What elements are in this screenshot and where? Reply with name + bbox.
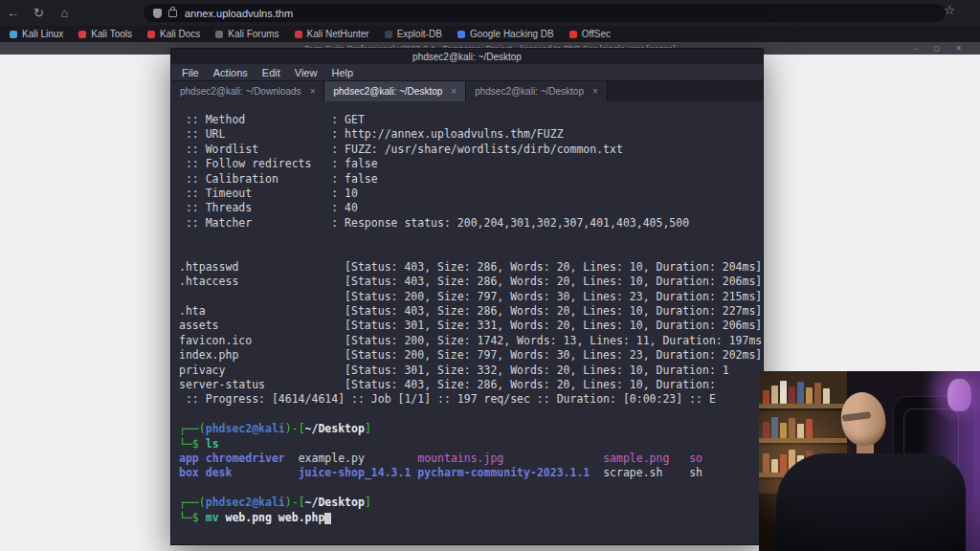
bookmark-item[interactable]: Exploit-DB xyxy=(385,29,442,39)
terminal-line xyxy=(179,246,763,260)
terminal-line: index.php [Status: 200, Size: 797, Words… xyxy=(179,348,763,363)
ffuf-option: :: Matcher : Response status: 200,204,30… xyxy=(179,216,689,230)
terminal-menubar: FileActionsEditViewHelp xyxy=(171,64,763,81)
text-cursor xyxy=(324,513,331,524)
terminal-line: favicon.ico [Status: 200, Size: 1742, Wo… xyxy=(179,334,763,348)
menu-view[interactable]: View xyxy=(295,67,318,78)
bookmark-label: Kali Linux xyxy=(22,29,63,39)
prompt-path: ~/Desktop xyxy=(305,496,365,509)
prompt-decoration: ┌──( xyxy=(179,422,206,435)
dir-entry: app xyxy=(179,452,206,465)
terminal-line: :: Method : GET xyxy=(179,113,763,127)
bookmark-label: Kali Forums xyxy=(228,29,278,39)
prompt-user: phdsec2@kali xyxy=(206,422,285,435)
tab-close-icon[interactable]: × xyxy=(592,86,598,97)
url-bar[interactable]: annex.uploadvulns.thm xyxy=(144,4,946,22)
window-controls-icons[interactable]: – ◻ ✕ xyxy=(914,44,969,53)
browser-toolbar: ← ↻ ⌂ annex.uploadvulns.thm ☆ xyxy=(0,0,980,26)
bookmarks-bar: Kali LinuxKali ToolsKali DocsKali Forums… xyxy=(0,26,980,42)
command-args: web.png web.php xyxy=(219,511,325,524)
lock-icon xyxy=(168,10,177,17)
ffuf-option: :: Threads : 40 xyxy=(179,201,358,214)
terminal-line: [Status: 200, Size: 797, Words: 30, Line… xyxy=(179,290,763,304)
terminal-line: :: Progress: [4614/4614] :: Job [1/1] ::… xyxy=(179,392,763,407)
bookmark-item[interactable]: Google Hacking DB xyxy=(457,29,554,39)
image-entry: mountains.jpg xyxy=(417,452,603,465)
menu-edit[interactable]: Edit xyxy=(262,67,280,78)
prompt-decoration: ] xyxy=(365,422,371,435)
terminal-tab[interactable]: phdsec2@kali: ~/Downloads× xyxy=(171,81,324,101)
tab-label: phdsec2@kali: ~/Desktop xyxy=(333,86,442,97)
ffuf-result: privacy [Status: 301, Size: 332, Words: … xyxy=(179,364,729,377)
home-icon[interactable]: ⌂ xyxy=(52,6,78,20)
terminal-body[interactable]: :: Method : GET :: URL : http://annex.up… xyxy=(171,101,763,544)
terminal-window: phdsec2@kali: ~/Desktop FileActionsEditV… xyxy=(170,48,764,545)
prompt-symbol: └─$ xyxy=(179,511,206,524)
tab-label: phdsec2@kali: ~/Downloads xyxy=(180,86,301,97)
prompt-decoration: )-[ xyxy=(285,496,305,509)
tab-close-icon[interactable]: × xyxy=(451,86,457,97)
terminal-tab[interactable]: phdsec2@kali: ~/Desktop× xyxy=(324,81,466,101)
bookmark-favicon xyxy=(295,31,302,38)
ffuf-result: .hta [Status: 403, Size: 286, Words: 20,… xyxy=(179,304,762,318)
bookmark-label: Kali Tools xyxy=(91,29,132,39)
command-name: ls xyxy=(206,437,219,451)
ffuf-result: assets [Status: 301, Size: 331, Words: 2… xyxy=(179,319,762,332)
tab-label: phdsec2@kali: ~/Desktop xyxy=(475,86,584,97)
bookmark-favicon xyxy=(457,31,465,38)
ffuf-result: .htaccess [Status: 403, Size: 286, Words… xyxy=(179,275,762,288)
terminal-line: :: URL : http://annex.uploadvulns.thm/FU… xyxy=(179,127,763,142)
bookmark-item[interactable]: Kali NetHunter xyxy=(295,29,369,39)
terminal-line: box desk juice-shop_14.3.1 pycharm-commu… xyxy=(179,466,763,480)
ffuf-option: :: Calibration : false xyxy=(179,172,378,186)
bookmark-favicon xyxy=(10,31,17,38)
prompt-decoration: ] xyxy=(365,496,371,509)
bookmark-item[interactable]: Kali Docs xyxy=(147,29,200,39)
ffuf-result: index.php [Status: 200, Size: 797, Words… xyxy=(179,348,762,362)
terminal-line: privacy [Status: 301, Size: 332, Words: … xyxy=(179,364,763,378)
menu-file[interactable]: File xyxy=(182,67,199,78)
ffuf-progress: :: Progress: [4614/4614] :: Job [1/1] ::… xyxy=(179,392,716,406)
terminal-line xyxy=(179,408,763,422)
reload-icon[interactable]: ↻ xyxy=(26,6,52,20)
menu-actions[interactable]: Actions xyxy=(213,67,248,78)
terminal-tab[interactable]: phdsec2@kali: ~/Desktop× xyxy=(466,81,608,101)
terminal-tabbar: phdsec2@kali: ~/Downloads×phdsec2@kali: … xyxy=(171,81,763,101)
ffuf-option: :: Timeout : 10 xyxy=(179,187,358,200)
terminal-line: :: Calibration : false xyxy=(179,172,763,187)
terminal-line: └─$ mv web.png web.php xyxy=(179,511,763,525)
terminal-line: :: Threads : 40 xyxy=(179,201,763,215)
file-entry: scrape.sh xyxy=(603,466,689,479)
ffuf-option: :: Method : GET xyxy=(179,113,365,126)
dir-entry: juice-shop_14.3.1 xyxy=(299,466,418,479)
bookmark-label: Kali Docs xyxy=(160,29,200,39)
bookmark-favicon xyxy=(385,31,392,38)
terminal-line: .htpasswd [Status: 403, Size: 286, Words… xyxy=(179,260,763,275)
prompt-user: phdsec2@kali xyxy=(206,496,285,509)
terminal-line: ┌──(phdsec2@kali)-[~/Desktop] xyxy=(179,422,763,436)
terminal-line: └─$ ls xyxy=(179,437,763,452)
terminal-line xyxy=(179,231,763,245)
prompt-path: ~/Desktop xyxy=(305,422,365,435)
menu-help[interactable]: Help xyxy=(331,67,353,78)
back-icon[interactable]: ← xyxy=(0,6,26,20)
command-name: mv xyxy=(206,511,219,524)
bookmark-item[interactable]: OffSec xyxy=(569,29,611,39)
tab-close-icon[interactable]: × xyxy=(310,86,316,97)
dir-entry: chromedriver xyxy=(206,452,299,465)
terminal-line: app chromedriver example.py mountains.jp… xyxy=(179,452,763,466)
terminal-titlebar[interactable]: phdsec2@kali: ~/Desktop xyxy=(171,49,763,64)
file-entry: sh xyxy=(689,466,716,479)
bookmark-item[interactable]: Kali Forums xyxy=(215,29,278,39)
bookmark-label: Exploit-DB xyxy=(397,29,442,39)
terminal-line xyxy=(179,481,763,496)
bookmark-star-icon[interactable]: ☆ xyxy=(944,3,955,17)
terminal-line: .hta [Status: 403, Size: 286, Words: 20,… xyxy=(179,304,763,319)
shield-icon[interactable] xyxy=(153,9,162,18)
ffuf-option: :: URL : http://annex.uploadvulns.thm/FU… xyxy=(179,127,564,141)
bookmark-item[interactable]: Kali Linux xyxy=(10,29,63,39)
terminal-line: :: Timeout : 10 xyxy=(179,187,763,201)
bookmark-item[interactable]: Kali Tools xyxy=(78,29,132,39)
url-text[interactable]: annex.uploadvulns.thm xyxy=(185,8,293,19)
ffuf-option: :: Follow redirects : false xyxy=(179,157,378,170)
